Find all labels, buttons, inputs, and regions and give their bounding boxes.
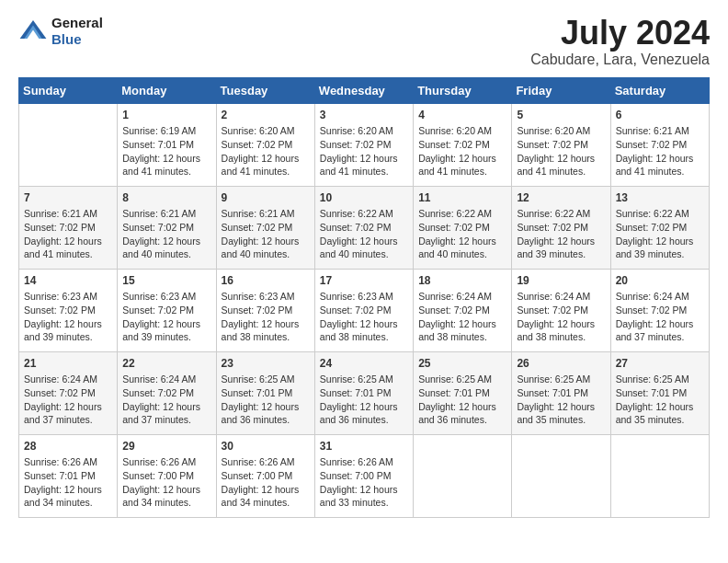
calendar-cell: 31Sunrise: 6:26 AMSunset: 7:00 PMDayligh… [314,434,413,517]
day-info: Sunset: 7:02 PM [616,304,704,317]
day-info: Daylight: 12 hours [122,317,210,331]
day-info: Sunset: 7:00 PM [122,469,210,483]
day-info: and 39 minutes. [517,247,605,261]
day-number: 23 [222,356,310,372]
day-number: 25 [418,356,506,372]
day-info: Sunset: 7:01 PM [418,386,506,400]
day-number: 29 [122,439,210,454]
day-number: 10 [320,190,408,206]
day-number: 14 [24,273,112,289]
day-info: Daylight: 12 hours [616,152,704,166]
calendar-cell: 11Sunrise: 6:22 AMSunset: 7:02 PMDayligh… [414,186,512,269]
day-info: Sunrise: 6:24 AM [616,290,704,304]
day-info: Daylight: 12 hours [320,317,408,331]
logo-blue: Blue [51,31,103,48]
day-info: Sunrise: 6:25 AM [616,373,704,386]
day-info: Daylight: 12 hours [122,235,210,248]
location: Cabudare, Lara, Venezuela [530,52,710,68]
day-info: Sunrise: 6:21 AM [222,207,310,221]
day-info: Sunrise: 6:19 AM [122,124,210,138]
day-info: Sunset: 7:02 PM [122,221,210,235]
day-info: Sunrise: 6:23 AM [320,290,408,304]
calendar-cell: 12Sunrise: 6:22 AMSunset: 7:02 PMDayligh… [512,186,610,269]
day-info: and 37 minutes. [616,330,704,344]
day-info: Sunrise: 6:24 AM [517,290,605,304]
day-info: and 37 minutes. [122,413,210,427]
day-info: and 41 minutes. [122,165,210,178]
day-info: and 36 minutes. [418,413,506,427]
calendar-cell [512,434,610,517]
day-info: Sunset: 7:02 PM [616,221,704,235]
weekday-wednesday: Wednesday [314,77,413,103]
day-info: Sunset: 7:02 PM [122,386,210,400]
day-info: and 41 minutes. [418,165,506,178]
day-info: Sunrise: 6:20 AM [222,124,310,138]
calendar-cell: 23Sunrise: 6:25 AMSunset: 7:01 PMDayligh… [216,351,314,434]
calendar-cell: 7Sunrise: 6:21 AMSunset: 7:02 PMDaylight… [19,186,118,269]
day-info: Daylight: 12 hours [320,152,408,166]
logo-icon [18,17,48,46]
week-row-1: 1Sunrise: 6:19 AMSunset: 7:01 PMDaylight… [19,103,710,186]
day-info: Daylight: 12 hours [320,483,408,497]
weekday-saturday: Saturday [610,77,709,103]
day-number: 5 [517,108,605,123]
day-info: Sunrise: 6:25 AM [517,373,605,386]
day-info: Sunrise: 6:23 AM [222,290,310,304]
day-info: Sunrise: 6:26 AM [122,455,210,469]
day-info: Daylight: 12 hours [418,235,506,248]
day-number: 17 [320,273,408,289]
day-info: Sunset: 7:02 PM [24,386,112,400]
day-info: Sunset: 7:02 PM [517,304,605,317]
calendar-cell: 1Sunrise: 6:19 AMSunset: 7:01 PMDaylight… [118,103,216,186]
day-number: 8 [122,190,210,206]
week-row-4: 21Sunrise: 6:24 AMSunset: 7:02 PMDayligh… [19,351,710,434]
day-info: Sunset: 7:01 PM [122,138,210,152]
day-info: Sunrise: 6:22 AM [320,207,408,221]
day-number: 18 [418,273,506,289]
day-info: Sunrise: 6:26 AM [320,455,408,469]
weekday-thursday: Thursday [414,77,512,103]
calendar-cell [414,434,512,517]
day-info: Sunset: 7:00 PM [222,469,310,483]
calendar-cell: 3Sunrise: 6:20 AMSunset: 7:02 PMDaylight… [314,103,413,186]
day-info: Sunset: 7:02 PM [320,221,408,235]
day-info: Sunrise: 6:24 AM [418,290,506,304]
calendar-cell [610,434,709,517]
page-container: General Blue July 2024 Cabudare, Lara, V… [0,0,728,533]
day-info: Sunrise: 6:21 AM [616,124,704,138]
calendar-cell: 25Sunrise: 6:25 AMSunset: 7:01 PMDayligh… [414,351,512,434]
day-info: Daylight: 12 hours [320,400,408,414]
day-info: Sunset: 7:02 PM [418,304,506,317]
calendar-cell: 2Sunrise: 6:20 AMSunset: 7:02 PMDaylight… [216,103,314,186]
day-info: Sunset: 7:02 PM [320,138,408,152]
day-number: 19 [517,273,605,289]
day-info: Sunrise: 6:25 AM [320,373,408,386]
day-info: Sunrise: 6:23 AM [24,290,112,304]
day-info: Daylight: 12 hours [222,235,310,248]
calendar-cell: 4Sunrise: 6:20 AMSunset: 7:02 PMDaylight… [414,103,512,186]
day-info: and 41 minutes. [517,165,605,178]
calendar-cell: 18Sunrise: 6:24 AMSunset: 7:02 PMDayligh… [414,269,512,351]
day-info: and 41 minutes. [222,165,310,178]
day-info: Sunset: 7:02 PM [418,221,506,235]
day-info: Sunset: 7:02 PM [222,304,310,317]
day-info: Sunset: 7:02 PM [24,304,112,317]
calendar-cell: 5Sunrise: 6:20 AMSunset: 7:02 PMDaylight… [512,103,610,186]
day-number: 22 [122,356,210,372]
day-info: and 34 minutes. [24,496,112,510]
day-info: Daylight: 12 hours [24,317,112,331]
day-info: Sunrise: 6:24 AM [122,373,210,386]
day-info: and 33 minutes. [320,496,408,510]
calendar-cell: 14Sunrise: 6:23 AMSunset: 7:02 PMDayligh… [19,269,118,351]
calendar-cell: 20Sunrise: 6:24 AMSunset: 7:02 PMDayligh… [610,269,709,351]
day-number: 6 [616,108,704,123]
day-info: Daylight: 12 hours [418,152,506,166]
day-info: and 35 minutes. [517,413,605,427]
day-info: Sunrise: 6:24 AM [24,373,112,386]
day-info: and 41 minutes. [616,165,704,178]
day-info: Sunrise: 6:20 AM [517,124,605,138]
day-info: Sunset: 7:01 PM [24,469,112,483]
day-number: 7 [24,190,112,206]
day-info: and 39 minutes. [24,330,112,344]
day-number: 4 [418,108,506,123]
